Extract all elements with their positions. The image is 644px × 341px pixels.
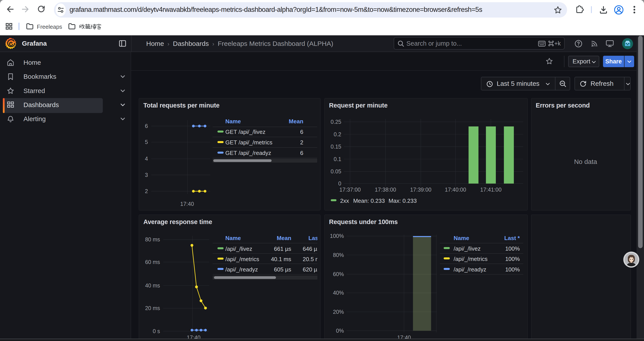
- svg-text:100%: 100%: [330, 233, 344, 239]
- svg-text:20 ms: 20 ms: [145, 305, 160, 311]
- svg-text:80 ms: 80 ms: [145, 236, 160, 242]
- svg-text:0.25: 0.25: [330, 119, 341, 125]
- svg-text:80%: 80%: [333, 252, 344, 258]
- svg-text:40%: 40%: [333, 290, 344, 296]
- svg-text:17:40: 17:40: [180, 201, 194, 207]
- svg-text:0%: 0%: [336, 327, 344, 334]
- svg-text:0.15: 0.15: [330, 144, 341, 150]
- svg-text:4: 4: [145, 156, 148, 162]
- svg-text:2: 2: [145, 188, 148, 194]
- svg-text:60%: 60%: [333, 271, 344, 277]
- svg-text:0.05: 0.05: [330, 168, 341, 174]
- svg-text:17:39:00: 17:39:00: [410, 187, 432, 193]
- svg-text:0: 0: [338, 180, 341, 187]
- svg-text:0.1: 0.1: [334, 156, 341, 162]
- svg-text:17:40:00: 17:40:00: [445, 187, 466, 193]
- svg-text:40 ms: 40 ms: [145, 282, 160, 288]
- svg-text:3: 3: [145, 172, 148, 178]
- svg-text:5: 5: [145, 139, 148, 145]
- svg-text:6: 6: [145, 123, 148, 129]
- svg-text:17:41:00: 17:41:00: [480, 187, 502, 193]
- svg-text:0.2: 0.2: [334, 131, 341, 137]
- svg-text:60 ms: 60 ms: [145, 259, 160, 265]
- svg-text:17:37:00: 17:37:00: [339, 187, 360, 193]
- svg-text:20%: 20%: [333, 309, 344, 315]
- svg-text:17:38:00: 17:38:00: [375, 187, 396, 193]
- svg-text:0 s: 0 s: [153, 328, 160, 334]
